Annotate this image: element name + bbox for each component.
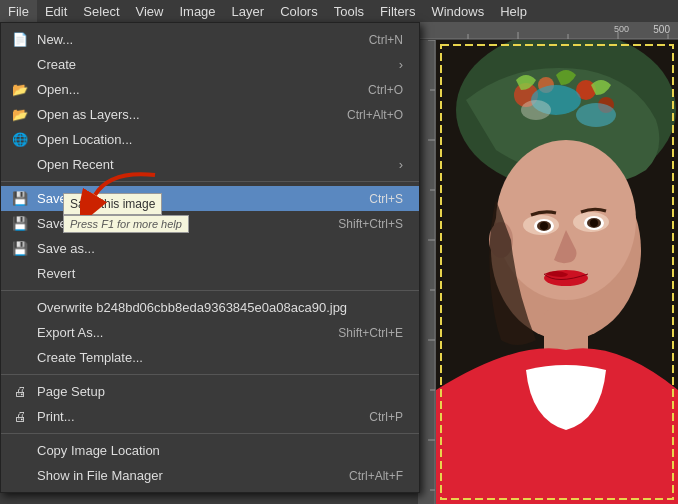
svg-point-39 [590, 219, 598, 227]
menu-item-page-setup[interactable]: 🖨 Page Setup [1, 379, 419, 404]
svg-point-36 [540, 222, 548, 230]
menu-item-open-recent[interactable]: Open Recent › [1, 152, 419, 177]
menu-item-copy-image-location[interactable]: Copy Image Location [1, 438, 419, 463]
menu-image[interactable]: Image [171, 0, 223, 22]
menu-item-save[interactable]: 💾 Save... Ctrl+S [1, 186, 419, 211]
menu-item-new[interactable]: 📄 New... Ctrl+N [1, 27, 419, 52]
open-icon: 📂 [11, 81, 29, 99]
menu-item-open[interactable]: 📂 Open... Ctrl+O [1, 77, 419, 102]
menu-item-save-copy[interactable]: 💾 Save a Copy... Shift+Ctrl+S [1, 211, 419, 236]
ruler-horizontal: 500 500 [418, 22, 678, 40]
open-layers-icon: 📂 [11, 106, 29, 124]
save-as-icon: 💾 [11, 240, 29, 258]
submenu-arrow: › [399, 57, 403, 72]
file-dropdown-menu: 📄 New... Ctrl+N Create › 📂 Open... Ctrl+… [0, 22, 420, 493]
menu-item-show-file-manager[interactable]: Show in File Manager Ctrl+Alt+F [1, 463, 419, 488]
location-icon: 🌐 [11, 131, 29, 149]
menu-layer[interactable]: Layer [224, 0, 273, 22]
menu-item-print[interactable]: 🖨 Print... Ctrl+P [1, 404, 419, 429]
menu-tools[interactable]: Tools [326, 0, 372, 22]
menu-item-open-location[interactable]: 🌐 Open Location... [1, 127, 419, 152]
menu-edit[interactable]: Edit [37, 0, 75, 22]
new-icon: 📄 [11, 31, 29, 49]
save-copy-icon: 💾 [11, 215, 29, 233]
svg-point-27 [576, 103, 616, 127]
menu-view[interactable]: View [128, 0, 172, 22]
menu-item-revert[interactable]: Revert [1, 261, 419, 286]
menu-help[interactable]: Help [492, 0, 535, 22]
menubar: File Edit Select View Image Layer Colors… [0, 0, 678, 22]
photo-image [436, 40, 678, 504]
svg-point-28 [521, 100, 551, 120]
menu-item-create[interactable]: Create › [1, 52, 419, 77]
canvas-area [436, 40, 678, 504]
menu-windows[interactable]: Windows [423, 0, 492, 22]
separator-3 [1, 374, 419, 375]
print-icon: 🖨 [11, 408, 29, 426]
recent-submenu-arrow: › [399, 157, 403, 172]
menu-file[interactable]: File [0, 0, 37, 22]
page-setup-icon: 🖨 [11, 383, 29, 401]
menu-item-export-as[interactable]: Export As... Shift+Ctrl+E [1, 320, 419, 345]
separator-4 [1, 433, 419, 434]
svg-text:500: 500 [614, 24, 629, 34]
menu-filters[interactable]: Filters [372, 0, 423, 22]
separator-1 [1, 181, 419, 182]
separator-2 [1, 290, 419, 291]
save-icon: 💾 [11, 190, 29, 208]
ruler-vertical [418, 40, 436, 504]
menu-colors[interactable]: Colors [272, 0, 326, 22]
menu-item-overwrite[interactable]: Overwrite b248bd06cbb8eda9363845e0a08aca… [1, 295, 419, 320]
menu-item-open-as-layers[interactable]: 📂 Open as Layers... Ctrl+Alt+O [1, 102, 419, 127]
menu-select[interactable]: Select [75, 0, 127, 22]
menu-item-create-template[interactable]: Create Template... [1, 345, 419, 370]
menu-item-save-as[interactable]: 💾 Save as... [1, 236, 419, 261]
